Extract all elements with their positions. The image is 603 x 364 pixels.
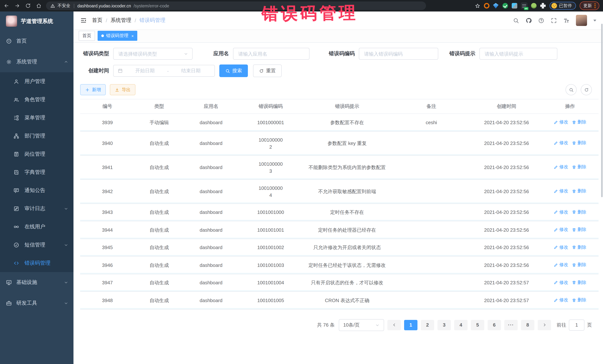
edit-button[interactable]: 修改 [554, 119, 568, 126]
delete-button[interactable]: 删除 [572, 297, 586, 304]
next-page-button[interactable] [538, 320, 551, 330]
sidebar-item-13[interactable]: 基础设施 [0, 272, 73, 293]
reload-icon[interactable] [25, 3, 31, 9]
error-message-input[interactable] [479, 48, 557, 60]
extension-icon[interactable] [511, 3, 517, 9]
back-icon[interactable] [4, 3, 9, 9]
forward-icon[interactable] [14, 3, 20, 9]
home-icon[interactable] [36, 3, 42, 9]
sidebar-item-10[interactable]: 在线用户 [0, 218, 73, 236]
edit-button[interactable]: 修改 [554, 188, 568, 195]
page-button-4[interactable]: 4 [454, 320, 468, 330]
sidebar-item-8[interactable]: 通知公告 [0, 181, 73, 199]
more-pages-button[interactable]: ··· [504, 320, 518, 330]
page-button-1[interactable]: 1 [404, 320, 417, 330]
sidebar-item-14[interactable]: 研发工具 [0, 293, 73, 314]
delete-button[interactable]: 删除 [572, 209, 586, 216]
tree-icon [13, 115, 19, 121]
date-range-picker[interactable]: 开始日期 - 结束日期 [113, 65, 215, 77]
github-icon[interactable] [525, 17, 532, 23]
sidebar-item-4[interactable]: 菜单管理 [0, 109, 73, 127]
delete-button[interactable]: 删除 [572, 279, 586, 286]
sidebar: 芋道管理系统 首页系统管理用户管理角色管理菜单管理部门管理岗位管理字典管理通知公… [0, 11, 73, 364]
delete-button[interactable]: 删除 [572, 261, 586, 268]
sidebar-item-11[interactable]: 短信管理 [0, 236, 73, 254]
error-code-input[interactable] [359, 48, 438, 60]
extension-icon[interactable] [531, 3, 536, 9]
extension-icon[interactable] [493, 3, 499, 9]
page-button-5[interactable]: 5 [471, 320, 484, 330]
edit-button[interactable]: 修改 [554, 209, 568, 216]
add-button[interactable]: 新增 [80, 84, 106, 95]
goto-page-input[interactable]: 1 [569, 319, 584, 331]
breadcrumb-home[interactable]: 首页 [92, 17, 103, 24]
menu-kebab-icon[interactable] [594, 3, 596, 8]
sidebar-item-2[interactable]: 用户管理 [0, 72, 73, 90]
help-icon[interactable] [538, 17, 544, 23]
sidebar-toggle-icon[interactable] [80, 17, 87, 24]
paused-extension-badge[interactable]: 已暂停 [549, 2, 576, 10]
export-button[interactable]: 导出 [110, 84, 135, 95]
edit-button[interactable]: 修改 [554, 226, 568, 233]
delete-button[interactable]: 删除 [572, 119, 586, 126]
pencil-icon [554, 245, 558, 249]
edit-button[interactable]: 修改 [554, 297, 568, 304]
hide-search-button[interactable] [566, 84, 577, 95]
users-icon [13, 97, 19, 102]
page-button-8[interactable]: 8 [521, 320, 534, 330]
column-header: 创建时间 [471, 99, 541, 114]
edit-button[interactable]: 修改 [554, 261, 568, 268]
font-size-icon[interactable] [563, 17, 570, 23]
bookmark-star-icon[interactable] [475, 3, 480, 8]
user-avatar[interactable] [576, 15, 587, 26]
annotation-title: 错误码管理 [261, 2, 358, 25]
extension-icon[interactable] [484, 3, 489, 9]
prev-page-button[interactable] [387, 320, 401, 330]
app-logo: 芋道管理系统 [0, 11, 73, 31]
sidebar-item-1[interactable]: 系统管理 [0, 52, 73, 72]
page-button-2[interactable]: 2 [421, 320, 434, 330]
delete-button[interactable]: 删除 [572, 164, 586, 171]
edit-button[interactable]: 修改 [554, 244, 568, 251]
extension-icon[interactable] [502, 3, 508, 9]
breadcrumb-system[interactable]: 系统管理 [111, 17, 131, 24]
sidebar-item-12[interactable]: 错误码管理 [0, 254, 73, 272]
tag-error-code[interactable]: 错误码管理× [98, 31, 138, 41]
sidebar-item-0[interactable]: 首页 [0, 31, 73, 52]
browser-update-button[interactable]: 更新 [580, 1, 599, 10]
fullscreen-icon[interactable] [551, 17, 557, 23]
page-button-6[interactable]: 6 [487, 320, 501, 330]
refresh-table-button[interactable] [581, 84, 592, 95]
delete-button[interactable]: 删除 [572, 244, 586, 251]
active-dot-icon [101, 34, 104, 37]
scrollbar-thumb[interactable] [601, 24, 603, 197]
error-code-table: 编号类型应用名错误码编码错误码提示备注创建时间操作 3939 手动编辑 dash… [80, 99, 599, 309]
dashboard-icon [6, 38, 12, 44]
pencil-icon [554, 210, 558, 214]
edit-button[interactable]: 修改 [554, 164, 568, 171]
delete-button[interactable]: 删除 [572, 188, 586, 195]
caret-down-icon[interactable] [593, 20, 596, 21]
delete-button[interactable]: 删除 [572, 140, 586, 147]
tag-home[interactable]: 首页 [79, 31, 95, 41]
extension-icon[interactable]: on [521, 3, 527, 9]
sidebar-item-6[interactable]: 岗位管理 [0, 145, 73, 163]
close-icon[interactable]: × [131, 33, 134, 38]
search-button[interactable]: 搜索 [219, 65, 248, 77]
error-type-select[interactable] [113, 48, 193, 60]
search-icon[interactable] [513, 17, 519, 23]
address-bar[interactable]: 不安全 dashboard.yudao.iocoder.cn/system/er… [46, 1, 426, 10]
extensions-puzzle-icon[interactable] [540, 3, 546, 9]
sidebar-item-5[interactable]: 部门管理 [0, 127, 73, 145]
sidebar-item-9[interactable]: 审计日志 [0, 199, 73, 218]
app-name-input[interactable] [233, 48, 310, 60]
table-row: 3948 自动生成 dashboard 1001001005 CRON 表达式不… [80, 292, 599, 309]
edit-button[interactable]: 修改 [554, 279, 568, 286]
sidebar-item-3[interactable]: 角色管理 [0, 90, 73, 109]
reset-button[interactable]: 重置 [253, 65, 282, 77]
edit-button[interactable]: 修改 [554, 140, 568, 147]
delete-button[interactable]: 删除 [572, 226, 586, 233]
page-button-3[interactable]: 3 [438, 320, 451, 330]
page-size-select[interactable]: 10条/页 [339, 319, 384, 331]
sidebar-item-7[interactable]: 字典管理 [0, 163, 73, 181]
